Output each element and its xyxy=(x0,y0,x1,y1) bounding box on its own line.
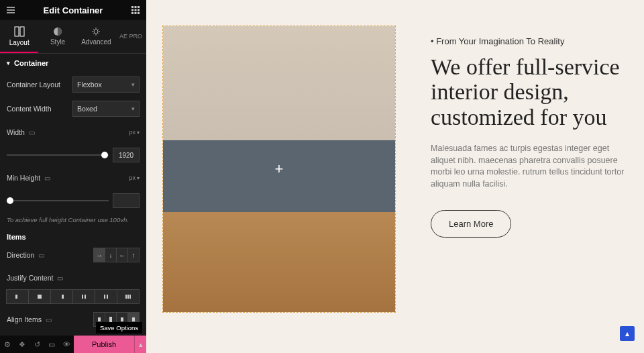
publish-button[interactable]: Publish xyxy=(74,336,134,353)
tagline: • From Your Imagination To Reality xyxy=(431,36,632,46)
top-bar: Edit Container xyxy=(0,0,146,20)
select-content-width[interactable]: Boxed xyxy=(72,101,140,117)
tab-style[interactable]: Style xyxy=(38,20,76,53)
navigator-icon[interactable]: ❖ xyxy=(15,336,30,353)
panel-title: Edit Container xyxy=(16,5,130,15)
responsive-icon[interactable]: ▭ xyxy=(38,252,44,259)
scroll-top-button[interactable]: ▴ xyxy=(620,326,635,341)
slider-min-height[interactable] xyxy=(7,200,109,201)
settings-icon[interactable]: ⚙ xyxy=(0,336,15,353)
slider-width[interactable] xyxy=(7,154,109,156)
canvas[interactable]: + • From Your Imagination To Reality We … xyxy=(146,0,644,353)
responsive-icon[interactable]: ▭ xyxy=(46,316,52,323)
headline: We offer full-service interior design, c… xyxy=(431,54,632,130)
svg-rect-7 xyxy=(135,12,137,14)
hero-image: + xyxy=(163,26,395,312)
direction-column-rev-button[interactable]: ↑ xyxy=(127,248,140,262)
settings-tabs: Layout Style Advanced AE PRO xyxy=(0,20,146,54)
hint-text: To achieve full height Container use 100… xyxy=(7,216,140,223)
justify-center-button[interactable] xyxy=(28,289,51,304)
direction-column-button[interactable]: ↓ xyxy=(105,248,117,262)
svg-rect-0 xyxy=(131,6,133,8)
text-block: • From Your Imagination To Reality We of… xyxy=(431,36,632,238)
bottom-bar: ⚙ ❖ ↺ ▭ 👁 Publish ▴ xyxy=(0,336,146,353)
svg-rect-3 xyxy=(131,9,133,11)
cta-button[interactable]: Learn More xyxy=(431,210,511,238)
svg-rect-2 xyxy=(138,6,140,8)
svg-rect-8 xyxy=(138,12,140,14)
svg-rect-1 xyxy=(135,6,137,8)
direction-row-button[interactable]: → xyxy=(93,248,105,262)
preview-icon[interactable]: 👁 xyxy=(59,336,74,353)
direction-row-rev-button[interactable]: ← xyxy=(116,248,128,262)
unit-min-height[interactable]: px xyxy=(129,174,140,181)
svg-rect-9 xyxy=(15,27,19,36)
svg-rect-5 xyxy=(138,9,140,11)
items-header: Items xyxy=(7,233,140,241)
tab-pro[interactable]: AE PRO xyxy=(115,20,146,53)
tab-layout-label: Layout xyxy=(9,39,30,46)
label-content-width: Content Width xyxy=(7,105,72,113)
svg-rect-6 xyxy=(131,12,133,14)
tab-advanced[interactable]: Advanced xyxy=(77,20,115,53)
select-container-layout[interactable]: Flexbox xyxy=(72,77,140,93)
apps-icon[interactable] xyxy=(130,5,141,15)
responsive-mode-icon[interactable]: ▭ xyxy=(44,336,59,353)
label-min-height: Min Height▭ xyxy=(7,174,129,182)
section-container[interactable]: Container xyxy=(0,54,146,72)
justify-between-button[interactable] xyxy=(72,289,95,304)
justify-around-button[interactable] xyxy=(95,289,117,304)
label-justify: Justify Content▭ xyxy=(7,274,140,282)
svg-rect-10 xyxy=(20,27,24,36)
menu-icon[interactable] xyxy=(5,5,16,15)
tab-pro-label: AE PRO xyxy=(119,33,142,40)
justify-end-button[interactable] xyxy=(50,289,73,304)
label-direction: Direction▭ xyxy=(7,251,94,259)
label-container-layout: Container Layout xyxy=(7,81,72,89)
svg-rect-4 xyxy=(135,9,137,11)
svg-point-12 xyxy=(94,30,98,34)
justify-evenly-button[interactable] xyxy=(117,289,140,304)
tab-layout[interactable]: Layout xyxy=(0,20,38,53)
justify-start-button[interactable] xyxy=(6,289,29,304)
panel-body: Container Layout Flexbox Content Width B… xyxy=(0,72,146,336)
add-element-icon[interactable]: + xyxy=(275,160,284,178)
responsive-icon[interactable]: ▭ xyxy=(44,174,50,182)
responsive-icon[interactable]: ▭ xyxy=(57,274,63,282)
hero-container[interactable]: + xyxy=(162,26,396,313)
input-width[interactable] xyxy=(113,148,140,162)
input-min-height[interactable] xyxy=(113,193,140,208)
editor-sidebar: Edit Container Layout Style Advanced AE … xyxy=(0,0,146,353)
responsive-icon[interactable]: ▭ xyxy=(29,129,35,136)
description: Malesuada fames ac turpis egestas intege… xyxy=(431,143,632,190)
label-align: Align Items▭ xyxy=(7,315,94,323)
tab-style-label: Style xyxy=(50,38,65,46)
label-width: Width▭ xyxy=(7,128,129,136)
history-icon[interactable]: ↺ xyxy=(30,336,44,353)
publish-caret-button[interactable]: ▴ xyxy=(134,336,146,353)
save-options-tooltip: Save Options xyxy=(96,322,142,334)
unit-width[interactable]: px xyxy=(129,129,140,136)
tab-advanced-label: Advanced xyxy=(81,38,111,46)
